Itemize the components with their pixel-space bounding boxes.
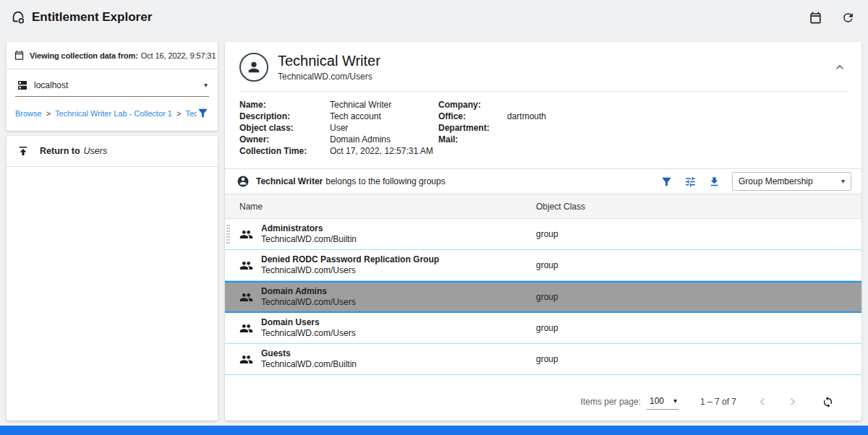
group-object-class: group [536, 229, 861, 239]
page-title: Entitlement Explorer [32, 10, 152, 25]
group-icon [239, 290, 253, 304]
details-left: Name: Technical Writer Description: Tech… [239, 99, 438, 157]
top-bar: Entitlement Explorer [0, 0, 868, 35]
detail-row: Mail: [438, 134, 847, 145]
column-header-object-class[interactable]: Object Class [536, 202, 861, 212]
detail-row: Owner: Domain Admins [239, 134, 438, 145]
breadcrumb-separator: > [46, 109, 51, 118]
app-logo-icon [10, 9, 26, 25]
chevron-up-icon[interactable] [833, 60, 847, 74]
next-page-icon[interactable] [786, 395, 800, 409]
group-icon [239, 322, 253, 335]
calendar-icon[interactable] [809, 11, 822, 25]
group-icon [239, 259, 253, 272]
group-name: Domain Admins [261, 286, 356, 297]
server-select[interactable]: localhost ▾ [15, 78, 209, 97]
detail-label: Office: [438, 111, 507, 122]
profile-path: TechnicalWD.com/Users [278, 72, 380, 82]
table-row[interactable]: Guests TechnicalWD.com/Builtin group [225, 344, 861, 375]
breadcrumb-link-browse[interactable]: Browse [15, 109, 42, 118]
server-select-row: localhost ▾ [7, 69, 218, 97]
detail-row: Object class: User [239, 122, 438, 134]
group-path: TechnicalWD.com/Users [261, 328, 356, 339]
breadcrumb-separator: > [176, 109, 181, 118]
detail-label: Description: [239, 111, 330, 122]
table-row[interactable]: Domain Admins TechnicalWD.com/Users grou… [225, 281, 861, 313]
column-header-name[interactable]: Name [239, 202, 536, 212]
breadcrumb: Browse > Technical Writer Lab - Collecto… [15, 109, 197, 118]
calendar-small-icon [14, 50, 25, 61]
detail-label: Department: [438, 122, 507, 134]
detail-value: Tech account [330, 111, 381, 122]
groups-toolbar: Technical Writer belongs to the followin… [225, 168, 861, 194]
detail-row: Department: [438, 122, 847, 134]
detail-row: Name: Technical Writer [239, 99, 438, 111]
group-icon [239, 228, 253, 241]
group-icon [239, 353, 253, 366]
group-name: Guests [261, 348, 357, 359]
group-object-class: group [536, 260, 861, 270]
previous-page-icon[interactable] [755, 395, 770, 409]
row-drag-handle[interactable] [226, 225, 230, 244]
group-table-body: Administrators TechnicalWD.com/Builtin g… [225, 219, 861, 375]
return-to-label: Return to [40, 146, 80, 156]
chevron-down-icon: ▾ [204, 82, 208, 89]
column-settings-icon[interactable] [684, 176, 697, 188]
view-mode-select[interactable]: Group Membership ▾ [732, 172, 851, 191]
collection-date-value: Oct 16, 2022, 9:57:31 PM [141, 51, 218, 60]
items-per-page-value: 100 [650, 396, 664, 406]
sync-icon[interactable] [822, 396, 834, 408]
group-path: TechnicalWD.com/Users [261, 265, 439, 276]
server-icon [17, 79, 28, 91]
content-area: Viewing collection data from: Oct 16, 20… [0, 35, 868, 426]
detail-value: Oct 17, 2022, 12:57:31 AM [330, 145, 433, 157]
breadcrumb-link-collector[interactable]: Technical Writer Lab - Collector 1 [55, 109, 172, 118]
detail-label: Mail: [438, 134, 507, 145]
details-right: Company: Office: dartmouth Department: M… [438, 99, 847, 157]
group-path: TechnicalWD.com/Builtin [261, 234, 357, 245]
download-icon[interactable] [708, 176, 720, 188]
collection-date-label: Viewing collection data from: [30, 51, 138, 60]
refresh-icon[interactable] [841, 11, 855, 25]
group-path: TechnicalWD.com/Builtin [261, 359, 357, 370]
group-path: TechnicalWD.com/Users [261, 297, 356, 308]
detail-label: Owner: [239, 134, 330, 145]
group-context-icon [237, 175, 250, 188]
detail-value: Technical Writer [330, 99, 391, 111]
sidebar-collection-card: Viewing collection data from: Oct 16, 20… [7, 42, 218, 131]
groups-subject: Technical Writer [256, 176, 323, 186]
return-to-target: Users [84, 146, 108, 156]
detail-row: Office: dartmouth [438, 111, 847, 122]
groups-description: belongs to the following groups [326, 176, 445, 186]
detail-label: Company: [438, 99, 507, 111]
detail-row: Description: Tech account [239, 111, 438, 122]
filter-icon[interactable] [197, 107, 209, 119]
group-object-class: group [536, 323, 861, 333]
collection-date-row: Viewing collection data from: Oct 16, 20… [7, 42, 218, 69]
table-row[interactable]: Domain Users TechnicalWD.com/Users group [225, 313, 861, 344]
chevron-down-icon: ▾ [673, 397, 677, 405]
page-range-text: 1 – 7 of 7 [700, 397, 736, 407]
items-per-page-select[interactable]: 100 ▾ [647, 395, 678, 410]
group-name: Domain Users [261, 317, 356, 328]
table-empty-space [225, 375, 861, 383]
group-object-class: group [536, 354, 861, 364]
detail-label: Object class: [239, 122, 330, 134]
detail-label: Name: [239, 99, 330, 111]
server-select-value: localhost [34, 80, 68, 90]
profile-title: Technical Writer [278, 53, 380, 69]
table-row[interactable]: Denied RODC Password Replication Group T… [225, 250, 861, 281]
table-filter-icon[interactable] [660, 176, 673, 188]
table-row[interactable]: Administrators TechnicalWD.com/Builtin g… [225, 219, 861, 250]
detail-label: Collection Time: [239, 145, 330, 157]
main-panel: Technical Writer TechnicalWD.com/Users N… [225, 42, 861, 421]
view-mode-value: Group Membership [739, 176, 813, 186]
return-to-button[interactable]: Return to Users [7, 136, 218, 167]
table-header: Name Object Class [225, 194, 861, 219]
return-up-icon [17, 145, 30, 158]
breadcrumb-link-current[interactable]: Tec... [185, 109, 197, 118]
group-object-class: group [536, 292, 861, 302]
detail-value: dartmouth [507, 111, 546, 122]
sidebar-navigation-card: Return to Users [7, 136, 218, 421]
items-per-page-label: Items per page: [581, 397, 641, 407]
